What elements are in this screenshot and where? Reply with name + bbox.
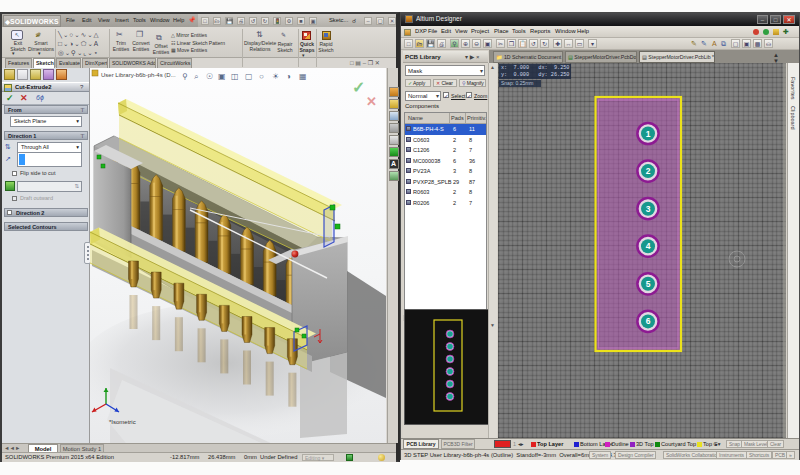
svg-text:5: 5: [646, 279, 651, 289]
svg-text:☀: ☀: [272, 72, 279, 81]
svg-text:⌕: ⌕: [194, 72, 198, 81]
svg-text:*Isometric: *Isometric: [109, 419, 136, 425]
svg-text:◫: ◫: [231, 72, 239, 81]
svg-text:○: ○: [259, 72, 264, 81]
svg-text:User Library-b6b-ph-4s (D...: User Library-b6b-ph-4s (D...: [101, 72, 176, 78]
svg-text:▢: ▢: [245, 72, 253, 81]
svg-text:⚲: ⚲: [182, 72, 188, 81]
svg-text:2: 2: [646, 166, 651, 176]
svg-text:6: 6: [646, 316, 651, 326]
svg-text:◑: ◑: [286, 72, 291, 81]
svg-text:✓: ✓: [352, 79, 365, 96]
svg-text:1: 1: [646, 129, 651, 139]
svg-text:☉: ☉: [206, 72, 213, 81]
svg-text:4: 4: [646, 241, 651, 251]
svg-text:✕: ✕: [366, 94, 377, 109]
svg-text:▦: ▦: [299, 72, 307, 81]
svg-text:▣: ▣: [218, 72, 226, 81]
svg-text:3: 3: [646, 204, 651, 214]
